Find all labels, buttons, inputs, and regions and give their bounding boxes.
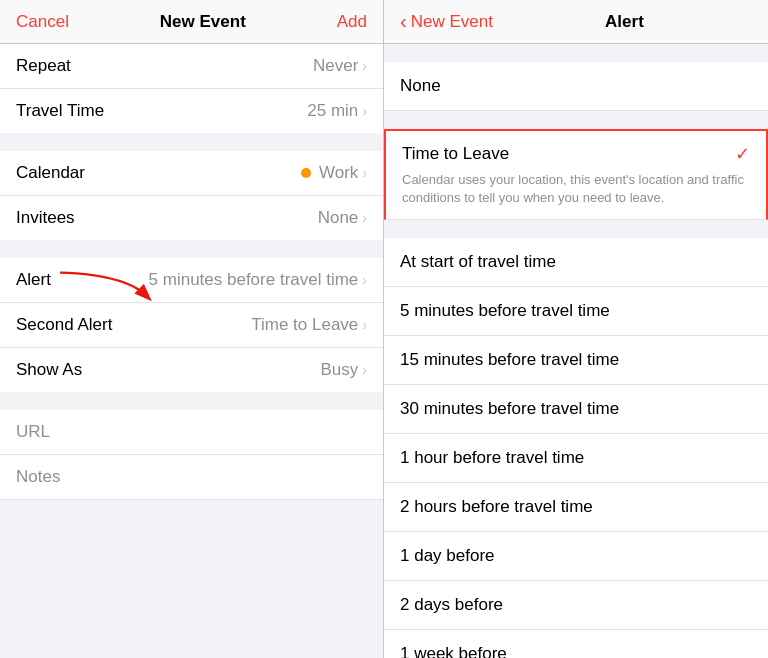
calendar-label: Calendar	[16, 163, 85, 183]
alert-options-list: None Time to Leave ✓ Calendar uses your …	[384, 44, 768, 658]
gap-top	[384, 44, 768, 62]
second-alert-label: Second Alert	[16, 315, 112, 335]
notes-row[interactable]: Notes	[0, 455, 383, 500]
option-row-3[interactable]: 30 minutes before travel time	[384, 385, 768, 434]
option-label-0: At start of travel time	[400, 252, 556, 272]
option-label-4: 1 hour before travel time	[400, 448, 584, 468]
option-label-6: 1 day before	[400, 546, 495, 566]
option-row-6[interactable]: 1 day before	[384, 532, 768, 581]
repeat-travel-group: Repeat Never › Travel Time 25 min ›	[0, 44, 383, 133]
calendar-value: Work ›	[301, 163, 367, 183]
alert-group: Alert 5 minutes before travel time › Sec…	[0, 258, 383, 392]
second-alert-row[interactable]: Second Alert Time to Leave ›	[0, 303, 383, 348]
calendar-chevron: ›	[362, 165, 367, 181]
alert-chevron: ›	[362, 272, 367, 288]
gap-options	[384, 220, 768, 238]
option-label-3: 30 minutes before travel time	[400, 399, 619, 419]
travel-time-row[interactable]: Travel Time 25 min ›	[0, 89, 383, 133]
option-label-8: 1 week before	[400, 644, 507, 658]
calendar-invitees-group: Calendar Work › Invitees None ›	[0, 151, 383, 240]
show-as-label: Show As	[16, 360, 82, 380]
invitees-label: Invitees	[16, 208, 75, 228]
travel-time-chevron: ›	[362, 103, 367, 119]
invitees-value: None ›	[318, 208, 367, 228]
ttl-description: Calendar uses your location, this event'…	[402, 171, 750, 207]
ttl-header: Time to Leave ✓	[402, 143, 750, 165]
left-panel: Cancel New Event Add Repeat Never › Trav…	[0, 0, 384, 658]
back-button[interactable]: New Event	[411, 12, 493, 32]
url-notes-group: URL Notes	[0, 410, 383, 500]
show-as-chevron: ›	[362, 362, 367, 378]
url-row[interactable]: URL	[0, 410, 383, 455]
repeat-row[interactable]: Repeat Never ›	[0, 44, 383, 89]
notes-label: Notes	[16, 467, 60, 486]
option-row-5[interactable]: 2 hours before travel time	[384, 483, 768, 532]
option-label-5: 2 hours before travel time	[400, 497, 593, 517]
option-label-7: 2 days before	[400, 595, 503, 615]
show-as-row[interactable]: Show As Busy ›	[0, 348, 383, 392]
time-to-leave-row[interactable]: Time to Leave ✓ Calendar uses your locat…	[384, 129, 768, 220]
travel-time-value: 25 min ›	[307, 101, 367, 121]
option-row-7[interactable]: 2 days before	[384, 581, 768, 630]
calendar-dot-icon	[301, 168, 311, 178]
alert-label: Alert	[16, 270, 51, 290]
left-nav-title: New Event	[160, 12, 246, 32]
second-alert-chevron: ›	[362, 317, 367, 333]
right-nav-bar: ‹ New Event Alert	[384, 0, 768, 44]
url-label: URL	[16, 422, 50, 441]
gap-3	[0, 392, 383, 410]
option-label-2: 15 minutes before travel time	[400, 350, 619, 370]
add-button[interactable]: Add	[337, 12, 367, 32]
gap-ttl	[384, 111, 768, 129]
none-option-row[interactable]: None	[384, 62, 768, 111]
right-panel: ‹ New Event Alert None Time to Leave ✓ C…	[384, 0, 768, 658]
invitees-chevron: ›	[362, 210, 367, 226]
option-row-8[interactable]: 1 week before	[384, 630, 768, 658]
back-arrow-icon: ‹	[400, 10, 407, 33]
calendar-row[interactable]: Calendar Work ›	[0, 151, 383, 196]
gap-2	[0, 240, 383, 258]
travel-time-label: Travel Time	[16, 101, 104, 121]
alert-row[interactable]: Alert 5 minutes before travel time ›	[0, 258, 383, 303]
show-as-value: Busy ›	[321, 360, 367, 380]
alert-options-group: At start of travel time 5 minutes before…	[384, 238, 768, 658]
option-row-4[interactable]: 1 hour before travel time	[384, 434, 768, 483]
option-row-1[interactable]: 5 minutes before travel time	[384, 287, 768, 336]
ttl-title-label: Time to Leave	[402, 144, 509, 164]
gap-1	[0, 133, 383, 151]
none-option-label: None	[400, 76, 441, 95]
option-label-1: 5 minutes before travel time	[400, 301, 610, 321]
option-row-2[interactable]: 15 minutes before travel time	[384, 336, 768, 385]
alert-value: 5 minutes before travel time ›	[149, 270, 367, 290]
right-nav-title: Alert	[497, 12, 752, 32]
cancel-button[interactable]: Cancel	[16, 12, 69, 32]
repeat-chevron: ›	[362, 58, 367, 74]
repeat-value: Never ›	[313, 56, 367, 76]
second-alert-value: Time to Leave ›	[251, 315, 367, 335]
ttl-checkmark-icon: ✓	[735, 143, 750, 165]
invitees-row[interactable]: Invitees None ›	[0, 196, 383, 240]
option-row-0[interactable]: At start of travel time	[384, 238, 768, 287]
left-nav-bar: Cancel New Event Add	[0, 0, 383, 44]
repeat-label: Repeat	[16, 56, 71, 76]
